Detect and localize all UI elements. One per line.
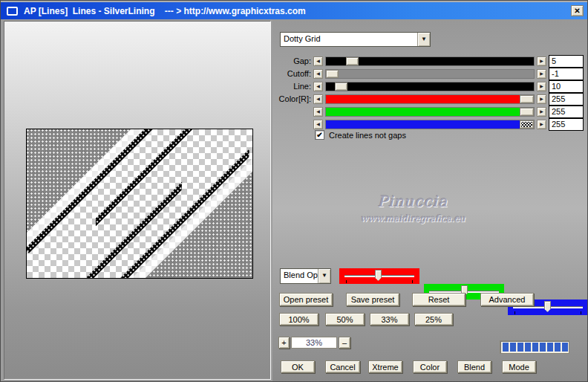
tick-mark: [581, 311, 581, 314]
arrow-left-icon[interactable]: ◀: [313, 94, 323, 104]
advanced-button[interactable]: Advanced: [480, 293, 534, 306]
cutoff-value-field[interactable]: -1: [549, 68, 584, 80]
slider-row-color-r: Color[R]: ◀ ▶ 255: [271, 93, 584, 106]
cutoff-label: Cutoff:: [271, 68, 311, 80]
zoom-level-field[interactable]: 33%: [291, 337, 337, 349]
ok-button[interactable]: OK: [281, 360, 315, 373]
blend-button[interactable]: Blend: [457, 360, 491, 373]
progress-segment: [555, 343, 561, 352]
color-button[interactable]: Color: [413, 360, 447, 373]
gap-slider[interactable]: [325, 56, 535, 66]
arrow-right-icon[interactable]: ▶: [537, 107, 546, 117]
pattern-select-value: Dotty Grid: [281, 33, 417, 46]
color-g-slider[interactable]: [325, 107, 535, 117]
tick-mark: [514, 311, 515, 314]
line-value-field[interactable]: 10: [549, 80, 584, 93]
red-trackbar[interactable]: [339, 268, 419, 284]
color-g-slider-thumb[interactable]: [520, 108, 534, 116]
progress-bar: [500, 340, 569, 354]
window-title: AP [Lines] Lines - SilverLining --- > ht…: [24, 6, 306, 16]
lines-not-gaps-label: Create lines not gaps: [329, 131, 406, 140]
gap-value-field[interactable]: 5: [549, 55, 584, 68]
progress-segment: [503, 343, 509, 352]
gap-label: Gap:: [271, 56, 311, 67]
progress-segment: [510, 343, 516, 352]
save-preset-button[interactable]: Save preset: [346, 293, 399, 306]
arrow-left-icon[interactable]: ◀: [313, 56, 323, 66]
color-b-slider-thumb[interactable]: [520, 120, 534, 129]
preview-panel: [4, 21, 271, 380]
progress-segment: [532, 343, 538, 352]
arrow-right-icon[interactable]: ▶: [537, 69, 546, 79]
blue-trackbar-thumb[interactable]: [544, 301, 551, 312]
xtreme-button[interactable]: Xtreme: [368, 360, 402, 373]
mode-button[interactable]: Mode: [502, 360, 536, 373]
watermark: Pinuccia www.maidiregrafica.eu: [327, 192, 498, 224]
progress-segment: [547, 343, 553, 352]
color-g-value-field[interactable]: 255: [549, 106, 584, 118]
tick-mark: [346, 280, 347, 283]
arrow-right-icon[interactable]: ▶: [537, 82, 546, 91]
preview-canvas[interactable]: [26, 129, 253, 279]
cutoff-slider[interactable]: [325, 69, 535, 79]
arrow-left-icon[interactable]: ◀: [313, 120, 323, 129]
line-slider[interactable]: [325, 82, 535, 91]
arrow-right-icon[interactable]: ▶: [537, 94, 546, 104]
title-bar[interactable]: AP [Lines] Lines - SilverLining --- > ht…: [1, 2, 587, 19]
arrow-right-icon[interactable]: ▶: [537, 120, 546, 129]
pattern-select[interactable]: Dotty Grid ▼: [280, 32, 431, 47]
progress-segment: [540, 343, 546, 352]
gap-slider-thumb[interactable]: [346, 57, 359, 65]
chevron-down-icon[interactable]: ▼: [417, 33, 430, 46]
blend-select[interactable]: Blend Options ▼: [280, 268, 331, 284]
arrow-left-icon[interactable]: ◀: [313, 107, 323, 117]
window-icon: [7, 7, 18, 16]
close-icon[interactable]: ✕: [571, 5, 584, 16]
slider-row-color-g: ◀ ▶ 255: [271, 106, 584, 118]
arrow-right-icon[interactable]: ▶: [537, 56, 546, 66]
color-r-label: Color[R]:: [271, 94, 311, 105]
zoom-out-button[interactable]: –: [339, 337, 350, 349]
open-preset-button[interactable]: Open preset: [279, 293, 333, 306]
progress-segment: [517, 343, 523, 352]
cancel-button[interactable]: Cancel: [325, 360, 360, 373]
watermark-name: Pinuccia: [327, 192, 498, 210]
color-r-slider-thumb[interactable]: [520, 95, 534, 103]
zoom-100-button[interactable]: 100%: [279, 313, 318, 326]
slider-row-gap: Gap: ◀ ▶ 5: [271, 55, 584, 68]
chevron-down-icon[interactable]: ▼: [318, 269, 330, 283]
lines-not-gaps-checkbox[interactable]: ✔: [315, 130, 324, 140]
cutoff-slider-thumb[interactable]: [326, 70, 339, 78]
line-label: Line:: [271, 81, 311, 92]
color-r-value-field[interactable]: 255: [549, 93, 584, 106]
tick-mark: [412, 280, 413, 283]
zoom-50-button[interactable]: 50%: [325, 313, 365, 326]
color-b-slider[interactable]: [325, 120, 535, 129]
progress-segment: [525, 343, 531, 352]
color-b-value-field[interactable]: 255: [549, 118, 584, 131]
slider-row-color-b: ◀ ▶ 255: [271, 118, 584, 131]
reset-button[interactable]: Reset: [412, 293, 466, 306]
progress-segment: [562, 343, 568, 352]
red-trackbar-thumb[interactable]: [375, 270, 382, 281]
watermark-url: www.maidiregrafica.eu: [327, 213, 498, 224]
line-slider-thumb[interactable]: [335, 82, 347, 91]
zoom-in-button[interactable]: +: [278, 337, 290, 349]
zoom-33-button[interactable]: 33%: [370, 313, 409, 326]
blend-select-value: Blend Options: [281, 269, 318, 283]
slider-row-cutoff: Cutoff: ◀ ▶ -1: [271, 68, 584, 80]
arrow-left-icon[interactable]: ◀: [313, 82, 323, 91]
plugin-dialog: AP [Lines] Lines - SilverLining --- > ht…: [0, 0, 588, 382]
slider-row-line: Line: ◀ ▶ 10: [271, 80, 584, 93]
arrow-left-icon[interactable]: ◀: [313, 69, 323, 79]
color-r-slider[interactable]: [325, 94, 535, 104]
lines-not-gaps-row: ✔ Create lines not gaps: [315, 130, 406, 140]
zoom-25-button[interactable]: 25%: [414, 313, 453, 326]
